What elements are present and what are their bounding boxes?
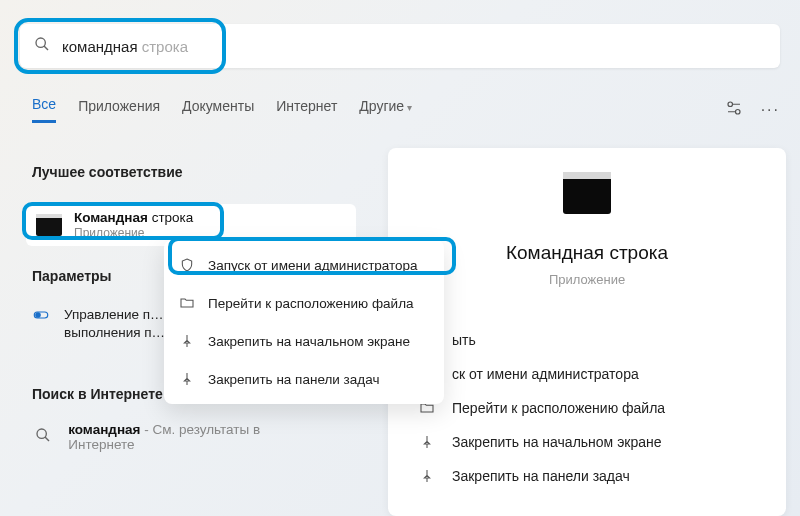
pin-icon	[418, 433, 436, 451]
tab-apps[interactable]: Приложения	[78, 98, 160, 122]
search-icon	[34, 36, 50, 56]
menu-open-file-location-label: Перейти к расположению файла	[208, 296, 414, 311]
pin-icon	[178, 370, 196, 388]
svg-point-2	[728, 102, 733, 107]
shield-icon	[178, 256, 196, 274]
preview-open-file-location[interactable]: Перейти к расположению файла	[418, 399, 786, 417]
preview-pin-start-label: Закрепить на начальном экране	[452, 434, 662, 450]
tab-documents[interactable]: Документы	[182, 98, 254, 122]
svg-point-0	[36, 38, 45, 47]
tab-all[interactable]: Все	[32, 96, 56, 123]
web-search-heading: Поиск в Интернете	[32, 386, 163, 402]
more-options-icon[interactable]: ···	[761, 101, 780, 119]
svg-line-1	[44, 46, 48, 50]
preview-subtitle: Приложение	[549, 272, 625, 287]
preview-pin-start[interactable]: Закрепить на начальном экране	[418, 433, 786, 451]
quick-actions-icon[interactable]	[725, 99, 743, 120]
best-match-subtitle: Приложение	[74, 226, 193, 240]
search-input[interactable]: командная строка	[62, 38, 188, 55]
best-match-title: Командная строка	[74, 210, 193, 226]
preview-run-as-admin-label: ск от имени администратора	[452, 366, 639, 382]
svg-point-5	[36, 313, 41, 318]
pin-icon	[418, 467, 436, 485]
menu-pin-start[interactable]: Закрепить на начальном экране	[164, 322, 444, 360]
preview-title: Командная строка	[506, 242, 668, 264]
search-typed-text: командная	[62, 38, 138, 55]
filter-tabs: Все Приложения Документы Интернет Другие…	[32, 96, 780, 123]
parameter-item[interactable]: Управление п…выполнения п…	[32, 306, 172, 341]
parameter-label: Управление п…выполнения п…	[64, 306, 165, 341]
web-search-text: командная - См. результаты в Интернете	[68, 422, 292, 452]
search-ghost-text: строка	[138, 38, 188, 55]
toggle-icon	[32, 306, 50, 324]
best-match-heading: Лучшее соответствие	[32, 164, 183, 180]
preview-pin-taskbar[interactable]: Закрепить на панели задач	[418, 467, 786, 485]
preview-open-file-location-label: Перейти к расположению файла	[452, 400, 665, 416]
cmd-app-icon	[36, 214, 62, 236]
preview-app-icon	[563, 172, 611, 214]
preview-open[interactable]: ыть	[418, 331, 786, 349]
search-icon	[32, 422, 54, 448]
menu-pin-taskbar-label: Закрепить на панели задач	[208, 372, 379, 387]
menu-pin-taskbar[interactable]: Закрепить на панели задач	[164, 360, 444, 398]
preview-panel: Командная строка Приложение ыть ск от им…	[388, 148, 786, 516]
search-bar[interactable]: командная строка	[20, 24, 780, 68]
menu-run-as-admin-label: Запуск от имени администратора	[208, 258, 418, 273]
preview-run-as-admin[interactable]: ск от имени администратора	[418, 365, 786, 383]
folder-icon	[178, 294, 196, 312]
menu-pin-start-label: Закрепить на начальном экране	[208, 334, 410, 349]
tab-internet[interactable]: Интернет	[276, 98, 337, 122]
menu-open-file-location[interactable]: Перейти к расположению файла	[164, 284, 444, 322]
preview-open-label: ыть	[452, 332, 476, 348]
menu-run-as-admin[interactable]: Запуск от имени администратора	[164, 246, 444, 284]
pin-icon	[178, 332, 196, 350]
web-search-item[interactable]: командная - См. результаты в Интернете	[32, 422, 292, 452]
svg-point-3	[735, 110, 740, 115]
svg-point-6	[37, 429, 46, 438]
parameters-heading: Параметры	[32, 268, 112, 284]
tab-more[interactable]: Другие	[359, 98, 412, 122]
context-menu: Запуск от имени администратора Перейти к…	[164, 240, 444, 404]
svg-line-7	[45, 437, 49, 441]
preview-pin-taskbar-label: Закрепить на панели задач	[452, 468, 630, 484]
